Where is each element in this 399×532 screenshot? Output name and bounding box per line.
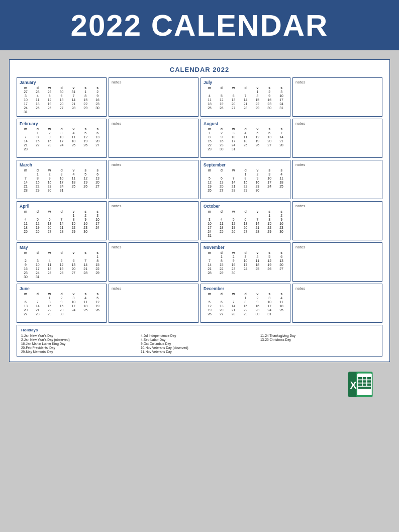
day-header: s [275, 86, 287, 90]
day-cell: 1 [79, 90, 91, 94]
day-cell [56, 275, 68, 279]
day-header: m [20, 168, 32, 172]
day-cell [240, 147, 252, 151]
day-cell: 11 [67, 176, 79, 180]
day-cell: 28 [251, 229, 263, 233]
day-cell: 12 [44, 98, 56, 102]
day-cell: 13 [20, 304, 32, 308]
day-cell: 27 [216, 188, 228, 192]
month-name: September [204, 162, 287, 167]
day-cell: 5 [251, 131, 263, 135]
month-cell-december: Decembermdwdvss1234567891011121314151617… [201, 284, 290, 323]
day-cell: 14 [67, 98, 79, 102]
day-header: d [56, 127, 68, 131]
month-cell-january: Januarymdwdvss27282930311234567891011121… [17, 77, 107, 117]
month-name: February [20, 121, 104, 126]
day-cell: 17 [20, 102, 32, 106]
day-header: w [228, 168, 240, 172]
day-cell: 19 [91, 304, 104, 308]
day-cell [91, 275, 104, 279]
day-cell: 19 [32, 225, 44, 229]
svg-rect-10 [363, 384, 366, 386]
day-cell: 6 [228, 94, 240, 98]
day-header: m [204, 210, 216, 213]
day-cell: 12 [204, 304, 216, 308]
day-cell [228, 213, 240, 217]
day-cell: 4 [275, 172, 287, 176]
holiday-item: 2-Jan New Year's Day (observed) [21, 338, 139, 341]
day-cell: 25 [20, 229, 32, 233]
day-cell: 19 [204, 184, 216, 188]
day-cell: 7 [67, 94, 79, 98]
month-cell-february: Februarymdwdvss1234567891011121314151617… [17, 119, 107, 158]
day-cell: 20 [56, 102, 68, 106]
day-cell: 20 [20, 308, 32, 312]
day-header: d [240, 168, 252, 172]
day-cell: 14 [79, 262, 91, 267]
day-cell [67, 312, 79, 316]
day-cell: 12 [251, 135, 263, 139]
day-cell: 28 [20, 188, 32, 192]
day-cell: 16 [20, 267, 32, 271]
day-cell: 17 [240, 262, 252, 267]
day-cell [251, 271, 263, 275]
day-cell [67, 275, 79, 279]
month-table: mdwdvss123456789101112131415161718192021… [20, 292, 104, 316]
day-cell: 19 [216, 102, 228, 106]
day-cell: 19 [251, 139, 263, 143]
day-cell: 3 [32, 258, 44, 262]
day-cell: 28 [32, 90, 44, 94]
day-cell [275, 147, 287, 151]
day-header: d [56, 210, 68, 213]
day-header: m [20, 86, 32, 90]
day-cell: 3 [263, 172, 275, 176]
day-cell: 8 [79, 94, 91, 98]
day-cell: 23 [251, 184, 263, 188]
holiday-item: 9-Oct Columbus Day [141, 342, 258, 345]
month-table: mdwdvss123456789101112131415161718192021… [20, 251, 104, 279]
month-cell-october: Octobermdwdvss12345678910111213141516171… [201, 201, 290, 240]
day-cell: 22 [67, 225, 79, 229]
month-name: November [204, 245, 287, 250]
month-table: mdwdvss123456789101112131415161718192021… [20, 127, 104, 151]
day-cell: 17 [91, 221, 104, 225]
day-cell [32, 213, 44, 217]
day-cell: 13 [275, 258, 287, 262]
day-cell: 5 [263, 254, 275, 258]
notes-cell: notes [109, 242, 198, 282]
day-cell [275, 233, 287, 237]
day-cell: 8 [240, 176, 252, 180]
day-cell: 22 [204, 143, 216, 147]
day-cell: 3 [67, 296, 79, 300]
day-cell [67, 188, 79, 192]
day-cell: 11 [275, 300, 287, 304]
day-cell: 1 [240, 296, 252, 300]
day-cell: 5 [228, 217, 240, 221]
holidays-title: Holidays [21, 328, 378, 332]
day-cell [216, 296, 228, 300]
day-cell: 27 [44, 229, 56, 233]
day-cell: 24 [32, 271, 44, 275]
svg-rect-4 [363, 377, 366, 380]
day-cell: 18 [275, 180, 287, 184]
month-name: April [20, 204, 104, 209]
day-cell [32, 147, 44, 151]
day-cell: 8 [91, 258, 104, 262]
day-cell: 16 [44, 139, 56, 143]
day-header: w [44, 86, 56, 90]
day-cell: 22 [263, 225, 275, 229]
day-cell: 6 [67, 258, 79, 262]
day-cell: 22 [216, 267, 228, 271]
day-cell: 30 [251, 188, 263, 192]
day-cell: 10 [275, 94, 287, 98]
day-cell: 2 [20, 258, 32, 262]
day-header: s [91, 251, 104, 254]
day-header: m [204, 168, 216, 172]
day-cell: 28 [228, 312, 240, 316]
day-cell [91, 110, 104, 114]
day-cell: 16 [251, 304, 263, 308]
day-cell: 17 [32, 267, 44, 271]
day-header: w [44, 251, 56, 254]
day-cell: 3 [204, 217, 216, 221]
day-cell: 3 [91, 213, 104, 217]
